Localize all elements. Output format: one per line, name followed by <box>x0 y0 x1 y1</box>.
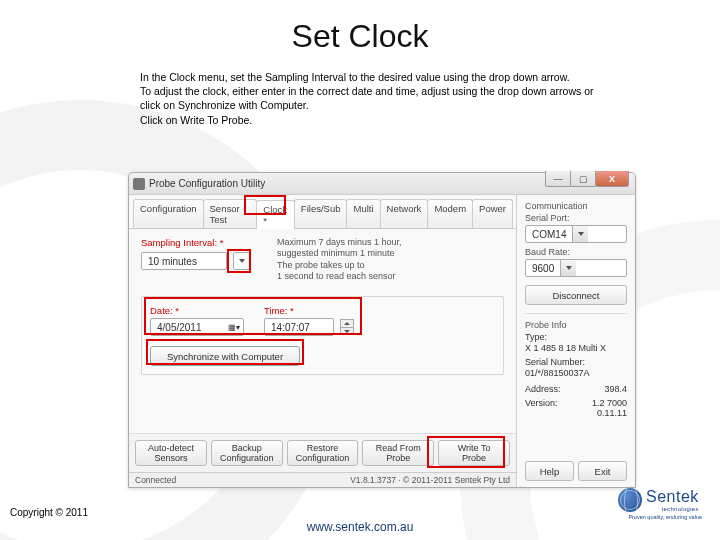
label-probe-info: Probe Info <box>525 320 627 330</box>
window-titlebar: Probe Configuration Utility — ▢ X <box>129 173 635 195</box>
close-button[interactable]: X <box>595 171 629 187</box>
label-baud-rate: Baud Rate: <box>525 247 627 257</box>
slide-description: In the Clock menu, set the Sampling Inte… <box>140 70 600 127</box>
label-serial-port: Serial Port: <box>525 213 627 223</box>
tab-network[interactable]: Network <box>380 199 429 228</box>
status-bar: Connected V1.8.1.3737 · © 2011-2011 Sent… <box>129 472 516 487</box>
tab-files-sub[interactable]: Files/Sub <box>294 199 348 228</box>
status-version: V1.8.1.3737 · © 2011-2011 Sentek Pty Ltd <box>350 475 510 485</box>
highlight-date-time-row <box>144 297 362 335</box>
baud-rate-dropdown[interactable]: 9600 <box>525 259 627 277</box>
backup-button[interactable]: BackupConfiguration <box>211 440 283 466</box>
label-type: Type: <box>525 332 547 342</box>
highlight-clock-tab <box>244 195 286 215</box>
value-serial-number: 01/*/88150037A <box>525 368 590 378</box>
sentek-logo: Sentek technologies Proven quality, endu… <box>618 488 702 520</box>
value-address: 398.4 <box>604 384 627 394</box>
maximize-button[interactable]: ▢ <box>570 171 596 187</box>
tab-bar: Configuration Sensor Test Clock * Files/… <box>129 195 516 229</box>
help-button[interactable]: Help <box>525 461 574 481</box>
highlight-sampling-arrow <box>227 249 251 273</box>
probe-config-window: Probe Configuration Utility — ▢ X Config… <box>128 172 636 488</box>
side-panel: Communication Serial Port: COM14 Baud Ra… <box>517 195 635 487</box>
chevron-down-icon <box>578 232 584 236</box>
exit-button[interactable]: Exit <box>578 461 627 481</box>
disconnect-button[interactable]: Disconnect <box>525 285 627 305</box>
autodetect-button[interactable]: Auto-detectSensors <box>135 440 207 466</box>
tab-modem[interactable]: Modem <box>427 199 473 228</box>
slide-title: Set Clock <box>0 18 720 55</box>
bottom-button-bar: Auto-detectSensors BackupConfiguration R… <box>129 433 516 472</box>
value-version: 1.2 70000.11.11 <box>592 398 627 418</box>
sampling-hint: Maximum 7 days minus 1 hour, suggested m… <box>277 237 402 282</box>
label-serial-number: Serial Number: <box>525 357 585 367</box>
chevron-down-icon <box>566 266 572 270</box>
serial-port-dropdown[interactable]: COM14 <box>525 225 627 243</box>
app-icon <box>133 178 145 190</box>
highlight-sync-button <box>146 339 304 365</box>
tab-multi[interactable]: Multi <box>346 199 380 228</box>
label-sampling-interval: Sampling Interval: * <box>141 237 271 248</box>
restore-button[interactable]: RestoreConfiguration <box>287 440 359 466</box>
status-text: Connected <box>135 475 176 485</box>
website-url: www.sentek.com.au <box>0 520 720 534</box>
label-address: Address: <box>525 384 561 394</box>
tab-power[interactable]: Power <box>472 199 513 228</box>
copyright-text: Copyright © 2011 <box>10 507 88 518</box>
sampling-interval-dropdown[interactable]: 10 minutes <box>141 252 227 270</box>
label-version: Version: <box>525 398 558 418</box>
window-title: Probe Configuration Utility <box>149 178 265 189</box>
minimize-button[interactable]: — <box>545 171 571 187</box>
read-from-probe-button[interactable]: Read FromProbe <box>362 440 434 466</box>
tab-configuration[interactable]: Configuration <box>133 199 204 228</box>
highlight-write-to-probe <box>427 436 505 468</box>
label-communication: Communication <box>525 201 627 211</box>
globe-icon <box>618 488 642 512</box>
value-type: X 1 485 8 18 Multi X <box>525 343 606 353</box>
